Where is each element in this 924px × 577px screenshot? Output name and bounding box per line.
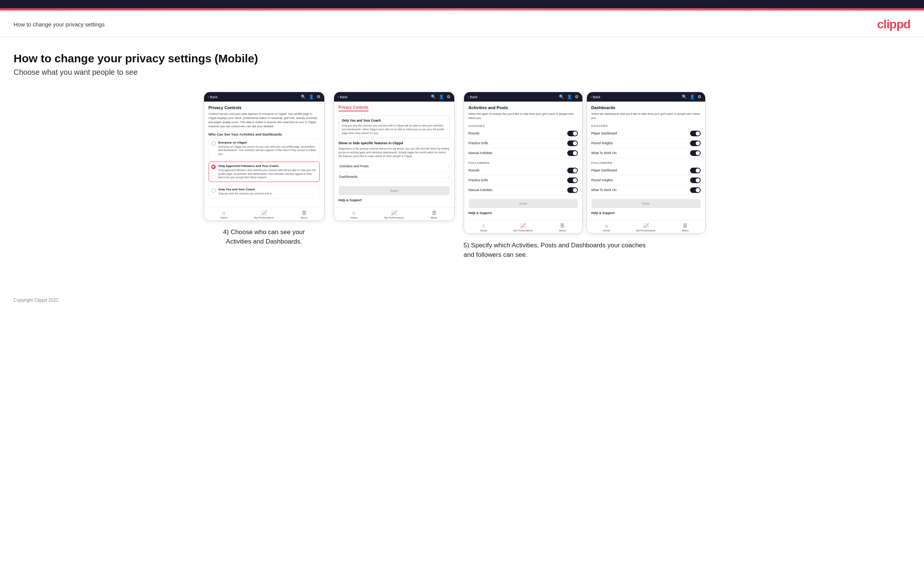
- followers-practice-toggle[interactable]: [567, 177, 578, 183]
- followers-what-to-work-toggle[interactable]: [690, 187, 701, 193]
- chevron-left-icon-4: ‹: [591, 95, 592, 99]
- bottom-nav-home-4[interactable]: ⌂ Home: [587, 223, 626, 232]
- nav-icons-2: 🔍 👤 ⚙: [431, 94, 451, 99]
- double-phone-group: ‹ Back 🔍 👤 ⚙ Activities and Posts S: [464, 92, 706, 234]
- bottom-nav-menu-1[interactable]: ☰ Menu: [284, 210, 324, 219]
- coaches-rounds-row[interactable]: Rounds: [468, 129, 578, 139]
- profile-icon-2[interactable]: 👤: [439, 94, 444, 99]
- settings-icon-2[interactable]: ⚙: [447, 94, 451, 99]
- profile-icon-3[interactable]: 👤: [567, 94, 572, 99]
- chart-icon-2: 📈: [391, 210, 397, 216]
- coaches-what-to-work-toggle[interactable]: [690, 150, 701, 156]
- followers-manual-toggle[interactable]: [567, 187, 578, 193]
- logo: clippd: [877, 18, 910, 31]
- back-button-1[interactable]: ‹ Back: [208, 95, 218, 99]
- coaches-round-insights-row[interactable]: Round Insights: [591, 139, 701, 148]
- help-support-2[interactable]: Help & Support: [339, 195, 450, 203]
- phone-bottom-nav-1: ⌂ Home 📈 My Performance ☰ Menu: [204, 207, 324, 221]
- bottom-nav-menu-4[interactable]: ☰ Menu: [666, 223, 705, 232]
- show-hide-desc: Regardless of the privacy controls that …: [339, 147, 450, 158]
- help-support-4[interactable]: Help & Support: [591, 208, 701, 216]
- followers-round-insights-toggle[interactable]: [690, 177, 701, 183]
- radio-option-approved[interactable]: Only Approved Followers and Your Coach O…: [208, 162, 320, 182]
- screenshot-group-2: ‹ Back 🔍 👤 ⚙ Privacy Controls Only You a…: [334, 92, 455, 221]
- settings-icon-4[interactable]: ⚙: [698, 94, 701, 99]
- followers-rounds-row[interactable]: Rounds: [468, 166, 578, 176]
- phone-bottom-nav-4: ⌂ Home 📈 My Performance ☰ Menu: [587, 220, 705, 234]
- back-button-2[interactable]: ‹ Back: [338, 95, 348, 99]
- search-icon-3[interactable]: 🔍: [559, 94, 564, 99]
- page-subheading: Choose what you want people to see: [14, 68, 910, 77]
- coaches-player-dash-row[interactable]: Player Dashboard: [591, 129, 701, 139]
- bottom-nav-performance-3[interactable]: 📈 My Performance: [503, 223, 543, 232]
- phone-mockup-2: ‹ Back 🔍 👤 ⚙ Privacy Controls Only You a…: [334, 92, 455, 221]
- bottom-nav-performance-2[interactable]: 📈 My Performance: [374, 210, 414, 219]
- bottom-nav-performance-4[interactable]: 📈 My Performance: [626, 223, 666, 232]
- search-icon[interactable]: 🔍: [301, 94, 306, 99]
- save-button-4[interactable]: Save: [591, 199, 701, 208]
- search-icon-4[interactable]: 🔍: [682, 94, 687, 99]
- coaches-round-insights-toggle[interactable]: [690, 140, 701, 146]
- bottom-nav-home-3[interactable]: ⌂ Home: [464, 223, 503, 232]
- bottom-nav-home-2[interactable]: ⌂ Home: [334, 210, 374, 219]
- radio-option-coach-only[interactable]: Only You and Your Coach Only you and the…: [208, 185, 320, 198]
- phone-navbar-4: ‹ Back 🔍 👤 ⚙: [587, 92, 705, 102]
- followers-round-insights-row[interactable]: Round Insights: [591, 176, 701, 185]
- footer: Copyright Clippd 2022: [0, 282, 924, 310]
- radio-desc-approved: Only approved followers and coaches you …: [218, 168, 317, 179]
- save-button-3[interactable]: Save: [468, 199, 578, 208]
- coaches-manual-toggle[interactable]: [567, 150, 578, 156]
- callout-title: Only You and Your Coach: [342, 119, 446, 122]
- activities-posts-desc: Select the types of activity that you'd …: [468, 112, 578, 121]
- bottom-nav-home-1[interactable]: ⌂ Home: [204, 210, 244, 219]
- bottom-nav-menu-3[interactable]: ☰ Menu: [543, 223, 582, 232]
- radio-circle-everyone: [211, 141, 216, 146]
- coaches-manual-row[interactable]: Manual Activities: [468, 148, 578, 158]
- back-button-3[interactable]: ‹ Back: [468, 95, 478, 99]
- phone-bottom-nav-3: ⌂ Home 📈 My Performance ☰ Menu: [464, 220, 582, 234]
- followers-player-dash-toggle[interactable]: [690, 168, 701, 173]
- search-icon-2[interactable]: 🔍: [431, 94, 436, 99]
- followers-practice-row[interactable]: Practice Drills: [468, 176, 578, 185]
- profile-icon[interactable]: 👤: [309, 94, 314, 99]
- phone-wrapper-4: ‹ Back 🔍 👤 ⚙ Dashboards Select the: [586, 92, 706, 234]
- back-button-4[interactable]: ‹ Back: [591, 95, 601, 99]
- radio-option-everyone[interactable]: Everyone on Clippd Everyone on Clippd ca…: [208, 138, 320, 159]
- settings-icon[interactable]: ⚙: [317, 94, 320, 99]
- menu-icon-3: ☰: [560, 223, 565, 229]
- phone-bottom-nav-2: ⌂ Home 📈 My Performance ☰ Menu: [334, 207, 454, 221]
- bottom-nav-menu-2[interactable]: ☰ Menu: [414, 210, 454, 219]
- followers-what-to-work-row[interactable]: What To Work On: [591, 185, 701, 195]
- coaches-practice-toggle[interactable]: [567, 140, 578, 146]
- copyright: Copyright Clippd 2022: [14, 298, 58, 303]
- profile-icon-4[interactable]: 👤: [690, 94, 695, 99]
- coaches-rounds-toggle[interactable]: [567, 131, 578, 136]
- dashboards-row[interactable]: Dashboards ›: [339, 172, 450, 182]
- chevron-left-icon: ‹: [208, 95, 209, 99]
- coaches-what-to-work-row[interactable]: What To Work On: [591, 148, 701, 158]
- followers-player-dash-row[interactable]: Player Dashboard: [591, 166, 701, 176]
- settings-icon-3[interactable]: ⚙: [575, 94, 578, 99]
- privacy-tab[interactable]: Privacy Controls: [339, 105, 368, 111]
- menu-icon: ☰: [302, 210, 307, 216]
- privacy-controls-title: Privacy Controls: [208, 105, 320, 110]
- followers-label-3: FOLLOWERS: [468, 161, 578, 164]
- help-support-3[interactable]: Help & Support: [468, 208, 578, 216]
- coaches-practice-row[interactable]: Practice Drills: [468, 139, 578, 148]
- coaches-player-dash-toggle[interactable]: [690, 131, 701, 136]
- save-button-2[interactable]: Save: [339, 186, 450, 195]
- activities-posts-title: Activities and Posts: [468, 105, 578, 110]
- bottom-nav-performance-1[interactable]: 📈 My Performance: [244, 210, 284, 219]
- main-content: How to change your privacy settings (Mob…: [0, 37, 924, 282]
- phone-wrapper-3: ‹ Back 🔍 👤 ⚙ Activities and Posts S: [464, 92, 583, 234]
- nav-icons-3: 🔍 👤 ⚙: [559, 94, 578, 99]
- followers-rounds-toggle[interactable]: [567, 168, 578, 173]
- phone-mockup-1: ‹ Back 🔍 👤 ⚙ Privacy Controls Control ho…: [204, 92, 325, 221]
- radio-label-everyone: Everyone on Clippd: [218, 141, 317, 144]
- callout-box: Only You and Your Coach Only you and the…: [339, 115, 450, 138]
- activities-posts-row[interactable]: Activities and Posts ›: [339, 161, 450, 172]
- home-icon-3: ⌂: [482, 223, 485, 229]
- dashboards-title: Dashboards: [591, 105, 701, 110]
- followers-manual-row[interactable]: Manual Activities: [468, 185, 578, 195]
- radio-circle-approved: [211, 164, 216, 169]
